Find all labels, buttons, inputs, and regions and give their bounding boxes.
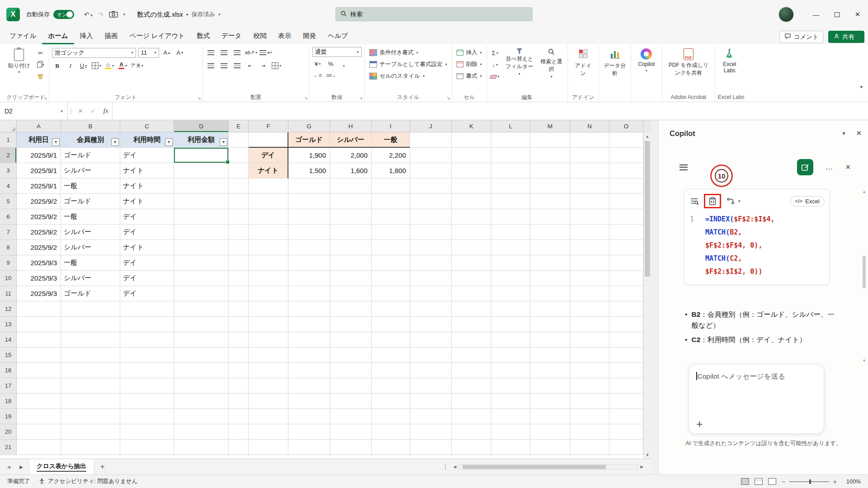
cell-O21[interactable] xyxy=(609,440,643,455)
cell-N14[interactable] xyxy=(570,332,609,347)
cell-N15[interactable] xyxy=(570,347,609,363)
cell-E19[interactable] xyxy=(229,409,249,424)
conditional-formatting-button[interactable]: 条件付き書式▾ xyxy=(368,47,449,58)
cell-C2[interactable]: デイ xyxy=(120,148,174,163)
cell-H14[interactable] xyxy=(330,332,372,347)
cell-styles-button[interactable]: セルのスタイル▾ xyxy=(368,70,449,82)
cell-F7[interactable] xyxy=(249,225,288,240)
cell-J8[interactable] xyxy=(410,240,452,255)
cell-I6[interactable] xyxy=(372,209,410,225)
cell-N4[interactable] xyxy=(570,178,609,194)
cell-G12[interactable] xyxy=(288,301,330,317)
vertical-scroll-thumb[interactable] xyxy=(645,141,650,277)
filter-button-D1[interactable]: ▼ xyxy=(220,138,227,146)
insert-function-button[interactable]: fx xyxy=(99,102,112,120)
cell-H2[interactable]: 2,000 xyxy=(330,148,372,163)
cell-N21[interactable] xyxy=(570,440,609,455)
cell-B20[interactable] xyxy=(61,424,120,440)
cell-H12[interactable] xyxy=(330,301,372,317)
excel-code-badge[interactable]: </> Excel xyxy=(790,196,825,206)
cell-O1[interactable] xyxy=(609,132,643,148)
cell-H21[interactable] xyxy=(330,440,372,455)
cell-G15[interactable] xyxy=(288,347,330,363)
copilot-message-input[interactable]: Copilot へメッセージを送る + xyxy=(689,364,824,434)
row-header-12[interactable]: 12 xyxy=(0,301,17,317)
cell-N11[interactable] xyxy=(570,286,609,301)
column-header-M[interactable]: M xyxy=(530,120,570,132)
cell-G3[interactable]: 1,500 xyxy=(288,163,330,178)
cell-M21[interactable] xyxy=(530,440,570,455)
cell-L13[interactable] xyxy=(491,317,530,332)
cell-N13[interactable] xyxy=(570,317,609,332)
cell-B10[interactable]: シルバー xyxy=(61,271,120,286)
cell-J1[interactable] xyxy=(410,132,452,148)
cell-B2[interactable]: ゴールド xyxy=(61,148,120,163)
comments-button[interactable]: コメント xyxy=(779,31,824,43)
cell-E11[interactable] xyxy=(229,286,249,301)
cell-H19[interactable] xyxy=(330,409,372,424)
tab-挿入[interactable]: 挿入 xyxy=(74,29,99,44)
cell-B12[interactable] xyxy=(61,301,120,317)
cell-F13[interactable] xyxy=(249,317,288,332)
cell-E10[interactable] xyxy=(229,271,249,286)
cell-O11[interactable] xyxy=(609,286,643,301)
row-header-18[interactable]: 18 xyxy=(0,394,17,409)
cell-K16[interactable] xyxy=(452,363,491,378)
cell-I5[interactable] xyxy=(372,194,410,209)
cell-D10[interactable] xyxy=(174,271,229,286)
cell-C8[interactable]: ナイト xyxy=(120,240,174,255)
zoom-slider-thumb[interactable] xyxy=(809,479,811,484)
scroll-left-arrow[interactable]: ◀ xyxy=(451,465,458,469)
cell-A6[interactable]: 2025/9/2 xyxy=(17,209,61,225)
cell-J16[interactable] xyxy=(410,363,452,378)
cell-K7[interactable] xyxy=(452,225,491,240)
cell-M10[interactable] xyxy=(530,271,570,286)
cell-N3[interactable] xyxy=(570,163,609,178)
cell-K10[interactable] xyxy=(452,271,491,286)
cell-L2[interactable] xyxy=(491,148,530,163)
column-header-J[interactable]: J xyxy=(410,120,452,132)
cell-K21[interactable] xyxy=(452,440,491,455)
cell-N7[interactable] xyxy=(570,225,609,240)
cell-J11[interactable] xyxy=(410,286,452,301)
cell-M16[interactable] xyxy=(530,363,570,378)
cell-L9[interactable] xyxy=(491,255,530,271)
align-center-button[interactable] xyxy=(219,61,230,70)
cell-K2[interactable] xyxy=(452,148,491,163)
cell-I11[interactable] xyxy=(372,286,410,301)
select-all-corner[interactable] xyxy=(0,120,17,132)
delete-cells-button[interactable]: 削除▾ xyxy=(455,59,484,70)
cell-E8[interactable] xyxy=(229,240,249,255)
italic-button[interactable]: I xyxy=(65,61,76,70)
collapse-ribbon-chevron[interactable]: ▾ xyxy=(860,84,863,90)
cell-E1[interactable] xyxy=(229,132,249,148)
cell-E5[interactable] xyxy=(229,194,249,209)
cell-O14[interactable] xyxy=(609,332,643,347)
increase-decimal-button[interactable]: ←.0 xyxy=(312,70,323,80)
cell-M17[interactable] xyxy=(530,378,570,394)
cell-J14[interactable] xyxy=(410,332,452,347)
cell-J10[interactable] xyxy=(410,271,452,286)
cell-C3[interactable]: ナイト xyxy=(120,163,174,178)
cell-M20[interactable] xyxy=(530,424,570,440)
cell-O2[interactable] xyxy=(609,148,643,163)
orientation-button[interactable]: ab↗▾ xyxy=(245,48,257,57)
data-analysis-button[interactable]: データ分析 xyxy=(602,47,628,79)
cell-N20[interactable] xyxy=(570,424,609,440)
cell-C10[interactable]: デイ xyxy=(120,271,174,286)
cell-J20[interactable] xyxy=(410,424,452,440)
cell-B3[interactable]: シルバー xyxy=(61,163,120,178)
cell-B14[interactable] xyxy=(61,332,120,347)
cell-I12[interactable] xyxy=(372,301,410,317)
cell-A10[interactable]: 2025/9/3 xyxy=(17,271,61,286)
cell-E15[interactable] xyxy=(229,347,249,363)
filter-button-C1[interactable]: ▼ xyxy=(165,138,173,146)
format-as-table-button[interactable]: テーブルとして書式設定▾ xyxy=(368,59,449,70)
cell-G18[interactable] xyxy=(288,394,330,409)
cell-I13[interactable] xyxy=(372,317,410,332)
cell-E18[interactable] xyxy=(229,394,249,409)
column-header-L[interactable]: L xyxy=(491,120,530,132)
cell-I1[interactable]: 一般 xyxy=(372,132,410,148)
cell-M12[interactable] xyxy=(530,301,570,317)
page-layout-view-button[interactable] xyxy=(755,478,763,485)
